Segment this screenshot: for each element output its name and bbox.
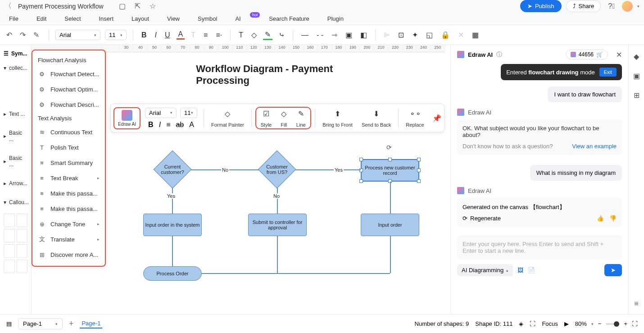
- refresh-icon[interactable]: ⟳: [386, 144, 392, 151]
- decision-current-customer[interactable]: Current customer?: [154, 151, 192, 189]
- tools-icon[interactable]: ✕: [456, 31, 466, 39]
- sidebar-item-text[interactable]: ▸ Text ...: [2, 105, 29, 123]
- avatar-menu-caret[interactable]: ▾: [637, 4, 639, 9]
- thumbs-down-icon[interactable]: 👎: [609, 215, 617, 222]
- menu-change-tone[interactable]: ⊕Change Tone▸: [32, 216, 105, 232]
- zoom-out-icon[interactable]: −: [598, 320, 602, 327]
- sidebar-item-basic2[interactable]: ▸ Basic ...: [2, 149, 29, 174]
- sidebar-item-arrow[interactable]: ▸ Arrow...: [2, 174, 29, 193]
- page-select[interactable]: Page-1▾: [18, 318, 63, 329]
- menu-select[interactable]: Select: [64, 15, 81, 22]
- attach-icon[interactable]: 🖼: [517, 267, 523, 274]
- fullscreen-icon[interactable]: ⛶: [632, 320, 638, 327]
- arrow-style-icon[interactable]: ⇾: [330, 31, 339, 39]
- float-strikethrough[interactable]: ab: [176, 121, 184, 129]
- send-back-button[interactable]: ⬇Send to Back: [358, 109, 395, 128]
- page-tab[interactable]: Page-1: [80, 319, 102, 328]
- float-bold[interactable]: B: [148, 121, 154, 129]
- effects-icon[interactable]: ✦: [410, 31, 420, 39]
- float-size-select[interactable]: 11▾: [180, 108, 197, 118]
- crop-icon[interactable]: ◱: [424, 31, 435, 39]
- menu-text-break[interactable]: ≡Text Break▸: [32, 170, 105, 186]
- regenerate-button[interactable]: ⟳ Regenerate: [463, 215, 501, 222]
- zoom-slider[interactable]: [606, 323, 619, 325]
- sidebar-item-callout[interactable]: ▾ Callou...: [2, 193, 29, 212]
- shape-thumb[interactable]: [17, 260, 28, 273]
- menu-flowchart-optim[interactable]: ⚙Flowchart Optim...: [32, 82, 105, 97]
- line-style-icon[interactable]: —: [299, 31, 310, 39]
- line-button[interactable]: ✎Line: [292, 109, 309, 128]
- shape-thumb[interactable]: [17, 229, 28, 242]
- zoom-level[interactable]: 80%: [575, 320, 587, 327]
- input-order-system[interactable]: Input order in the system: [143, 214, 202, 236]
- menu-flowchart-detect[interactable]: ⚙Flowchart Detect...: [32, 66, 105, 82]
- sidebar-item-collections[interactable]: ▾ collec...: [2, 59, 29, 78]
- shape-thumb[interactable]: [17, 244, 28, 258]
- play-icon[interactable]: ▶: [564, 320, 569, 327]
- settings-icon[interactable]: ≡: [634, 300, 638, 308]
- menu-continuous-text[interactable]: ≋Continuous Text: [32, 124, 105, 140]
- menu-plugin[interactable]: Plugin: [327, 15, 344, 22]
- sidebar-item-basic1[interactable]: ▸ Basic ...: [2, 123, 29, 149]
- ai-input[interactable]: Enter your query here. Press Enter to se…: [457, 235, 622, 260]
- style-button[interactable]: ☑Style: [257, 109, 275, 128]
- exit-button[interactable]: Exit: [599, 68, 617, 77]
- font-select[interactable]: Arial▾: [55, 30, 100, 40]
- pages-icon[interactable]: ▤: [6, 320, 12, 327]
- thumbs-up-icon[interactable]: 👍: [597, 215, 604, 222]
- redo-icon[interactable]: ↷: [20, 31, 29, 40]
- italic-button[interactable]: I: [153, 31, 159, 39]
- view-example-link[interactable]: View an example: [572, 143, 617, 150]
- menu-make-passage2[interactable]: ≡Make this passa...: [32, 201, 105, 216]
- export-icon[interactable]: ⇱: [135, 2, 141, 10]
- star-icon[interactable]: ☆: [150, 2, 156, 10]
- zoom-in-icon[interactable]: +: [624, 320, 627, 327]
- doc-icon[interactable]: 📄: [528, 267, 535, 274]
- line-spacing-button[interactable]: ≡·: [214, 31, 224, 39]
- publish-button[interactable]: ➤ Publish: [520, 0, 562, 12]
- process-order[interactable]: Process Order: [143, 266, 202, 281]
- bold-button[interactable]: B: [140, 31, 149, 39]
- align-left-icon[interactable]: ⊫: [382, 31, 392, 39]
- back-icon[interactable]: 〈: [5, 1, 12, 11]
- info-icon[interactable]: ⓘ: [496, 50, 502, 59]
- send-button[interactable]: ➤: [604, 264, 622, 276]
- bring-front-button[interactable]: ⬆Bring to Front: [319, 109, 356, 128]
- submit-controller[interactable]: Submit to controller for approval: [248, 214, 307, 236]
- menu-translate[interactable]: 文Translate▸: [32, 232, 105, 247]
- apps-icon[interactable]: ⊞: [634, 91, 639, 100]
- menu-insert[interactable]: Insert: [99, 15, 114, 22]
- format-painter-icon[interactable]: ✎: [33, 31, 42, 40]
- format-painter-button[interactable]: ◇ Format Painter: [208, 109, 248, 128]
- help-icon[interactable]: ?⃝: [605, 2, 617, 10]
- line-tool-icon[interactable]: ✎: [263, 30, 272, 40]
- menu-symbol[interactable]: Symbol: [198, 15, 217, 22]
- menu-flowchart-descri[interactable]: ⚙Flowchart Descri...: [32, 97, 105, 112]
- shape-thumb[interactable]: [17, 214, 28, 227]
- credits-badge[interactable]: 44656 🛒: [566, 50, 608, 59]
- align-button[interactable]: ≡: [202, 31, 209, 39]
- highlight-button[interactable]: T: [189, 31, 197, 39]
- input-order[interactable]: Input order: [361, 214, 419, 236]
- avatar[interactable]: [622, 1, 633, 12]
- menu-make-passage1[interactable]: ≡Make this passa...: [32, 186, 105, 201]
- menu-view[interactable]: View: [167, 15, 180, 22]
- dash-style-icon[interactable]: - -: [315, 31, 325, 39]
- edraw-ai-button[interactable]: Edraw AI: [113, 107, 141, 129]
- shape-thumb[interactable]: [4, 229, 15, 242]
- layer-icon[interactable]: ◧: [358, 31, 369, 39]
- canvas[interactable]: Workflow Diagram - Payment Processing Cu…: [113, 52, 445, 314]
- menu-file[interactable]: File: [9, 15, 18, 22]
- replace-button[interactable]: ⚬⚬Replace: [402, 109, 427, 128]
- shape-thumb[interactable]: [4, 214, 15, 227]
- process-new-record[interactable]: Process new customer record: [361, 159, 419, 182]
- menu-edit[interactable]: Edit: [36, 15, 46, 22]
- float-font-color[interactable]: A: [189, 121, 194, 129]
- save-icon[interactable]: ▢: [119, 2, 126, 10]
- share-button[interactable]: ⤴ Share: [566, 0, 601, 12]
- font-color-button[interactable]: A: [177, 30, 185, 40]
- shadow-icon[interactable]: ▣: [344, 31, 354, 39]
- lock-icon[interactable]: 🔒: [439, 31, 452, 39]
- font-size-select[interactable]: 11▾: [105, 30, 127, 40]
- float-align[interactable]: ≡: [166, 121, 170, 129]
